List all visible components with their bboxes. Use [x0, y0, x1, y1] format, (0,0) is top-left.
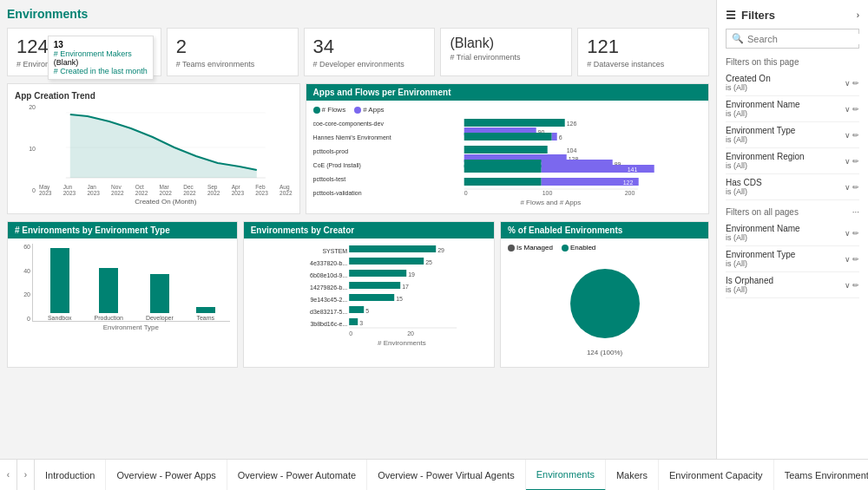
hbar-chart-area: 126 90 110 6 104 128 [400, 117, 701, 199]
filter-edit-all-env-name[interactable]: ✏ [852, 229, 859, 238]
search-input[interactable] [747, 34, 867, 44]
y-axis-labels: 60 40 20 0 [15, 244, 32, 322]
filters-on-page-label: Filters on this page [726, 57, 859, 67]
svg-rect-32 [349, 245, 436, 252]
svg-text:6b08e10d-9...: 6b08e10d-9... [310, 272, 347, 278]
filter-chevron-is-orphaned[interactable]: ∨ [845, 281, 851, 290]
env-by-creator-card: Environments by Creator SYSTEM 29 4e3378… [243, 221, 495, 368]
svg-rect-41 [349, 282, 400, 289]
svg-rect-11 [464, 146, 547, 154]
kpi-environments: 124 # Environments 13 # Environment Make… [7, 28, 161, 76]
tab-overview-power-apps[interactable]: Overview - Power Apps [106, 460, 227, 491]
y-axis-0: 0 [32, 187, 36, 193]
filter-edit-env-region[interactable]: ✏ [852, 157, 859, 166]
filter-edit-all-env-type[interactable]: ✏ [852, 255, 859, 264]
tab-next-btn[interactable]: › [17, 460, 35, 491]
filter-expand-btn[interactable]: › [857, 10, 859, 20]
svg-text:104: 104 [566, 147, 576, 154]
filter-is-orphaned: Is Orphaned is (All) ∨ ✏ [726, 272, 859, 298]
filter-header: ☰ Filters › [726, 9, 859, 22]
pie-legend: Is Managed Enabled [508, 244, 701, 252]
svg-rect-47 [349, 306, 364, 313]
svg-text:14279826-b...: 14279826-b... [310, 284, 347, 291]
bottom-row: # Environments by Environment Type 60 40… [7, 221, 709, 368]
bar-chart-area: Sandbox Production Developer Teams [32, 244, 230, 322]
app-creation-trend-title: App Creation Trend [15, 91, 293, 101]
apps-flows-title: Apps and Flows per Environment [306, 84, 708, 101]
filter-chevron-env-name[interactable]: ∨ [845, 105, 851, 114]
tab-introduction[interactable]: Introduction [35, 460, 106, 491]
svg-text:3: 3 [359, 320, 363, 326]
kpi-developer: 34 # Developer environments [304, 28, 436, 76]
y-axis-10: 10 [29, 146, 36, 152]
svg-text:122: 122 [622, 180, 633, 186]
svg-text:29: 29 [437, 247, 444, 253]
enabled-legend-dot [562, 245, 569, 252]
svg-text:25: 25 [425, 259, 432, 265]
filter-title: ☰ Filters [726, 9, 775, 22]
svg-text:d3e83217-5...: d3e83217-5... [310, 309, 347, 315]
filter-chevron-has-cds[interactable]: ∨ [845, 183, 851, 192]
filter-edit-has-cds[interactable]: ✏ [852, 183, 859, 192]
filter-chevron-all-env-name[interactable]: ∨ [845, 229, 851, 238]
svg-text:19: 19 [408, 271, 415, 278]
svg-text:100: 100 [542, 190, 552, 195]
filters-all-pages-header: Filters on all pages ··· [726, 207, 859, 217]
tab-bar: ‹ › Introduction Overview - Power Apps O… [0, 459, 868, 490]
kpi-dataverse-value: 121 [587, 36, 700, 58]
env-by-type-title: # Environments by Environment Type [8, 222, 237, 238]
filter-chevron-env-type[interactable]: ∨ [845, 131, 851, 140]
svg-rect-7 [464, 133, 551, 140]
filter-created-on: Created On is (All) ∨ ✏ [726, 70, 859, 96]
filter-edit-created-on[interactable]: ✏ [852, 79, 859, 88]
filter-chevron-created-on[interactable]: ∨ [845, 79, 851, 88]
svg-rect-38 [349, 270, 406, 277]
filter-all-env-type: Environment Type is (All) ∨ ✏ [726, 246, 859, 272]
tab-environments[interactable]: Environments [526, 460, 606, 491]
filter-chevron-env-region[interactable]: ∨ [845, 157, 851, 166]
kpi-teams-value: 2 [176, 36, 289, 58]
tab-overview-power-automate[interactable]: Overview - Power Automate [227, 460, 367, 491]
svg-rect-19 [464, 165, 541, 173]
filter-search-box[interactable]: 🔍 [726, 29, 859, 49]
pie-chart-container: 124 (100%) [508, 257, 701, 360]
all-pages-more-btn[interactable]: ··· [852, 207, 859, 217]
filter-edit-env-name[interactable]: ✏ [852, 105, 859, 114]
svg-rect-50 [349, 318, 358, 325]
tooltip-line4: # Created in the last month [54, 67, 148, 75]
creator-bar-svg: SYSTEM 29 4e337820-b... 25 6b08e10d-9...… [253, 244, 487, 339]
tab-prev-btn[interactable]: ‹ [0, 460, 17, 491]
svg-rect-35 [349, 258, 424, 265]
filter-edit-is-orphaned[interactable]: ✏ [852, 281, 859, 290]
tab-makers[interactable]: Makers [606, 460, 659, 491]
svg-text:15: 15 [396, 296, 403, 302]
tooltip-line1: 13 [54, 40, 148, 49]
kpi-developer-value: 34 [313, 36, 426, 58]
kpi-developer-label: # Developer environments [313, 60, 426, 69]
hbar-names: coe-core-components-dev Hannes Niemi's E… [313, 117, 400, 199]
filter-panel: ☰ Filters › 🔍 Filters on this page Creat… [716, 0, 868, 459]
tab-environment-capacity[interactable]: Environment Capacity [659, 460, 774, 491]
hbar-x-axis-label: # Flows and # Apps [400, 199, 701, 206]
dashboard: Environments 124 # Environments 13 # Env… [0, 0, 716, 459]
filter-edit-env-type[interactable]: ✏ [852, 131, 859, 140]
bar-production: Production [95, 268, 123, 321]
bar-teams: Teams [196, 307, 215, 321]
middle-charts-row: App Creation Trend 20 10 0 [7, 83, 709, 214]
kpi-teams: 2 # Teams environments [167, 28, 299, 76]
tab-overview-power-virtual-agents[interactable]: Overview - Power Virtual Agents [367, 460, 526, 491]
tab-teams-environments[interactable]: Teams Environments [774, 460, 868, 491]
filter-environment-type: Environment Type is (All) ∨ ✏ [726, 122, 859, 148]
kpi-teams-label: # Teams environments [176, 60, 289, 69]
search-icon: 🔍 [732, 33, 744, 44]
svg-rect-44 [349, 294, 394, 301]
filter-all-env-name: Environment Name is (All) ∨ ✏ [726, 220, 859, 246]
pie-label: 124 (100%) [587, 349, 622, 356]
pct-enabled-title: % of Enabled Environments [501, 222, 708, 238]
filter-chevron-all-env-type[interactable]: ∨ [845, 255, 851, 264]
svg-text:200: 200 [624, 190, 635, 195]
svg-text:0: 0 [349, 330, 352, 336]
svg-text:110: 110 [561, 134, 571, 140]
svg-text:9e143c45-2...: 9e143c45-2... [310, 297, 347, 303]
filter-environment-name: Environment Name is (All) ∨ ✏ [726, 96, 859, 122]
